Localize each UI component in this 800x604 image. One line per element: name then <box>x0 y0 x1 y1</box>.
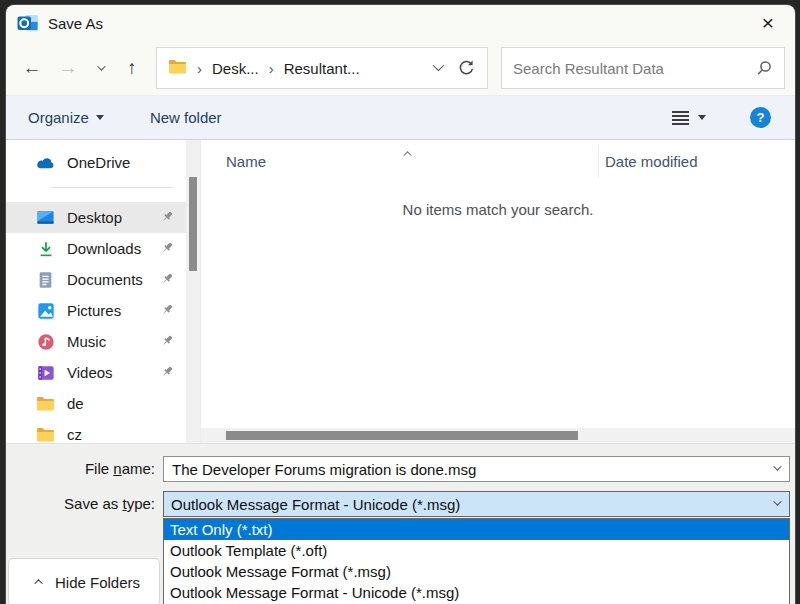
column-header-name[interactable]: Name <box>226 153 266 170</box>
sidebar-item-label: Music <box>67 333 106 350</box>
breadcrumb-separator: › <box>195 60 204 77</box>
sidebar-item-videos[interactable]: Videos <box>6 357 186 388</box>
column-header-date-modified[interactable]: Date modified <box>605 153 698 170</box>
pin-icon[interactable] <box>160 241 174 258</box>
column-separator <box>598 145 599 178</box>
hide-folders-button[interactable]: Hide Folders <box>8 558 160 604</box>
search-icon[interactable] <box>755 59 773 77</box>
dropdown-option-outlook-message-format[interactable]: Outlook Message Format (*.msg) <box>164 561 789 582</box>
close-button[interactable]: × <box>745 5 791 41</box>
empty-results-message: No items match your search. <box>201 201 795 218</box>
pin-icon[interactable] <box>160 334 174 351</box>
pictures-icon <box>36 301 55 320</box>
dropdown-option-text-only[interactable]: Text Only (*.txt) <box>164 519 789 540</box>
forward-button[interactable]: → <box>50 57 86 79</box>
videos-icon <box>36 363 55 382</box>
organize-button[interactable]: Organize <box>28 109 104 126</box>
save-as-type-dropdown-icon <box>773 497 781 505</box>
dialog-toolbar: Organize New folder ? <box>6 95 795 140</box>
breadcrumb-desktop[interactable]: Desk... <box>212 60 259 77</box>
outlook-icon <box>17 13 39 33</box>
documents-icon <box>36 270 55 289</box>
sidebar: OneDrive Desktop <box>6 140 186 443</box>
sidebar-item-label: Downloads <box>67 240 141 257</box>
sidebar-item-de[interactable]: de <box>6 388 186 419</box>
sidebar-scrollbar[interactable] <box>186 140 200 443</box>
sidebar-item-label: Desktop <box>67 209 122 226</box>
address-bar[interactable]: › Desk... › Resultant... <box>156 47 488 89</box>
save-as-type-combobox[interactable]: Outlook Message Format - Unicode (*.msg) <box>163 491 790 517</box>
onedrive-cloud-icon <box>36 153 55 172</box>
sidebar-item-label: de <box>67 395 84 412</box>
sidebar-item-label: OneDrive <box>67 154 130 171</box>
breadcrumb-resultant-data[interactable]: Resultant... <box>284 60 360 77</box>
recent-locations-button[interactable] <box>86 65 114 71</box>
file-name-dropdown-icon[interactable] <box>773 462 781 470</box>
sidebar-item-desktop[interactable]: Desktop <box>6 202 186 233</box>
folder-icon <box>36 425 55 443</box>
sidebar-item-downloads[interactable]: Downloads <box>6 233 186 264</box>
sidebar-item-documents[interactable]: Documents <box>6 264 186 295</box>
caret-down-icon <box>96 115 104 120</box>
sidebar-item-label: Videos <box>67 364 113 381</box>
sidebar-item-pictures[interactable]: Pictures <box>6 295 186 326</box>
organize-label: Organize <box>28 109 89 126</box>
search-box <box>501 47 785 89</box>
file-name-input[interactable] <box>164 461 773 478</box>
up-button[interactable]: ↑ <box>114 57 150 79</box>
sidebar-item-cz[interactable]: cz <box>6 419 186 443</box>
desktop-icon <box>36 208 55 227</box>
save-as-type-dropdown-list: Text Only (*.txt) Outlook Template (*.of… <box>163 518 790 604</box>
dropdown-option-outlook-message-format-unicode[interactable]: Outlook Message Format - Unicode (*.msg) <box>164 582 789 603</box>
breadcrumb-separator: › <box>267 60 276 77</box>
navigation-bar: ← → ↑ › Desk... › Resultant... <box>6 41 795 95</box>
file-name-label: File name: <box>6 456 155 482</box>
save-as-type-label: Save as type: <box>6 491 155 517</box>
file-name-combobox <box>163 456 790 482</box>
pin-icon[interactable] <box>160 303 174 320</box>
save-as-dialog: Save As × ← → ↑ › Desk... › Resultant... <box>6 5 795 604</box>
file-browser: OneDrive Desktop <box>6 140 795 443</box>
folder-icon <box>168 59 187 78</box>
title-bar: Save As × <box>6 5 795 41</box>
pin-icon[interactable] <box>160 272 174 289</box>
dropdown-option-outlook-template[interactable]: Outlook Template (*.oft) <box>164 540 789 561</box>
pin-icon[interactable] <box>160 365 174 382</box>
chevron-up-icon <box>34 579 42 587</box>
sidebar-item-music[interactable]: Music <box>6 326 186 357</box>
list-view-icon[interactable] <box>672 111 689 125</box>
refresh-icon[interactable] <box>457 59 475 77</box>
back-button[interactable]: ← <box>14 57 50 79</box>
horizontal-scrollbar-thumb[interactable] <box>226 431 578 440</box>
downloads-icon <box>36 239 55 258</box>
sidebar-item-label: cz <box>67 426 82 443</box>
sort-ascending-icon[interactable] <box>406 143 412 161</box>
horizontal-scrollbar[interactable] <box>201 428 795 443</box>
file-list-panel: Name Date modified No items match your s… <box>200 140 795 443</box>
save-form: File name: Save as type: Outlook Message… <box>6 443 795 604</box>
save-as-type-value: Outlook Message Format - Unicode (*.msg) <box>164 496 773 513</box>
hide-folders-label: Hide Folders <box>55 574 140 591</box>
sidebar-item-onedrive[interactable]: OneDrive <box>6 147 186 178</box>
sidebar-scrollbar-thumb[interactable] <box>189 177 197 271</box>
search-input[interactable] <box>513 60 755 77</box>
help-button[interactable]: ? <box>750 107 771 128</box>
chevron-down-icon <box>97 62 105 70</box>
pin-icon[interactable] <box>160 210 174 227</box>
folder-icon <box>36 394 55 413</box>
view-options-caret-icon[interactable] <box>698 115 706 120</box>
music-icon <box>36 332 55 351</box>
sidebar-item-label: Documents <box>67 271 143 288</box>
window-title: Save As <box>48 15 103 32</box>
sidebar-separator <box>50 187 174 188</box>
sidebar-item-label: Pictures <box>67 302 121 319</box>
address-dropdown-icon[interactable] <box>433 59 444 70</box>
new-folder-button[interactable]: New folder <box>150 109 222 126</box>
